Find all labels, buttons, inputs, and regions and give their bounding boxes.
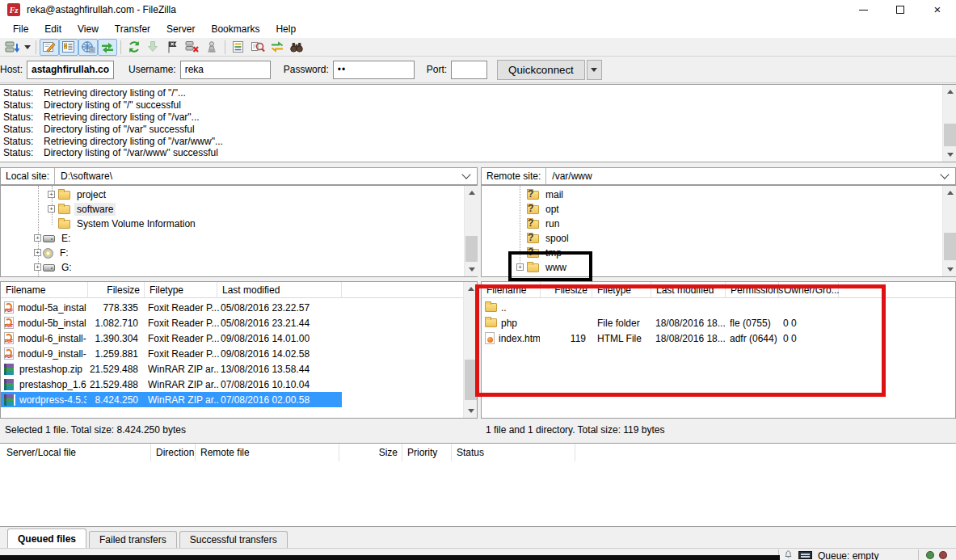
log-line-type: Status: [0,87,44,99]
file-row[interactable]: modul-5b_instal...1.082.710Foxit Reader … [1,315,477,331]
file-cell-type: Foxit Reader P... [148,346,219,361]
expand-icon[interactable]: + [48,205,55,213]
queue-column-header-status[interactable]: Status [452,444,575,461]
pdf-file-icon [4,301,14,314]
menu-bookmarks[interactable]: Bookmarks [203,21,267,37]
unknown-folder-icon: ? [527,234,539,243]
toolbar [0,38,956,57]
file-row[interactable]: prestashop.zip21.529.488WinRAR ZIP ar...… [1,361,477,377]
tree-item-software[interactable]: software [58,202,116,217]
site-manager-dropdown-icon[interactable] [22,39,32,56]
chevron-down-icon[interactable] [940,170,949,179]
cancel-transfer-icon[interactable] [163,39,183,56]
file-row[interactable]: wordpress-4.5.3....8.424.250WinRAR ZIP a… [1,392,342,407]
scrollbar-thumb[interactable] [465,236,478,262]
log-line: Status:Directory listing of "/" successf… [0,99,956,112]
disconnect-icon[interactable] [183,39,202,56]
expand-icon[interactable]: + [34,249,41,256]
file-cell-modified: 09/08/2016 14.01.00 [221,331,342,346]
tab-successful-transfers[interactable]: Successful transfers [179,531,288,548]
log-line-type: Status: [0,99,44,111]
column-header-filename[interactable]: Filename [1,282,88,298]
speed-limit-icon[interactable] [798,551,812,559]
quickconnect-dropdown-button[interactable] [587,60,602,80]
minimize-button[interactable] [844,0,882,19]
find-files-icon[interactable] [287,39,306,56]
filter-icon[interactable] [229,39,248,56]
file-row[interactable]: modul-9_install-...1.259.881Foxit Reader… [1,346,477,361]
remote-tree-scrollbar[interactable] [942,186,956,276]
scrollbar-thumb[interactable] [944,124,956,146]
queue-column-header-priority[interactable]: Priority [402,444,452,461]
notification-bell-icon[interactable] [784,550,793,560]
column-header-filesize[interactable]: Filesize [88,282,145,298]
expand-icon[interactable]: + [34,263,41,271]
file-cell-size: 21.529.488 [88,361,143,377]
maximize-button[interactable] [882,0,919,19]
scroll-up-icon[interactable] [469,191,475,195]
tree-item-opt[interactable]: ?opt [527,202,562,217]
cd-drive-icon [43,248,53,259]
queue-column-header-size[interactable]: Size [339,444,402,461]
window-controls: × [844,0,956,19]
username-input[interactable] [180,61,271,79]
menu-view[interactable]: View [69,21,107,37]
compare-icon[interactable] [248,39,267,56]
password-input[interactable] [333,61,415,79]
scroll-up-icon[interactable] [947,90,954,94]
unknown-folder-icon: ? [527,191,539,200]
scroll-down-icon[interactable] [468,409,474,413]
reconnect-icon[interactable] [202,39,221,56]
scroll-down-icon[interactable] [947,153,954,157]
file-row[interactable]: prestashop_1.6.1...21.529.488WinRAR ZIP … [1,377,477,392]
tree-item-e[interactable]: E: [43,231,73,246]
scroll-up-icon[interactable] [468,287,474,291]
transfer-queue-panel: Server/Local fileDirectionRemote fileSiz… [0,443,956,527]
port-input[interactable] [451,61,487,79]
tree-item-run[interactable]: ?run [527,217,562,231]
scroll-down-icon[interactable] [947,267,954,272]
tab-queued-files[interactable]: Queued files [7,528,86,548]
scroll-up-icon[interactable] [947,191,954,195]
file-row[interactable]: modul-6_install-...1.390.304Foxit Reader… [1,331,477,346]
tree-item-system-volume-information[interactable]: System Volume Information [58,217,198,231]
tree-item-project[interactable]: project [58,187,108,202]
refresh-icon[interactable] [124,39,144,56]
quickconnect-button[interactable]: Quickconnect [497,60,585,80]
remote-tree-toggle-icon[interactable] [78,39,98,56]
tree-item-mail[interactable]: ?mail [527,187,566,202]
host-input[interactable] [27,61,114,79]
menu-help[interactable]: Help [267,21,304,37]
menu-server[interactable]: Server [158,21,203,37]
queue-column-header-server-local-file[interactable]: Server/Local file [2,444,151,461]
log-toggle-icon[interactable] [40,39,59,56]
file-row[interactable]: modul-5a_instal...778.335Foxit Reader P.… [1,300,477,315]
local-site-combobox[interactable]: Local site: D:\software\ [0,167,478,185]
tab-failed-transfers[interactable]: Failed transfers [89,531,177,548]
expand-icon[interactable]: + [48,191,55,198]
local-tree-toggle-icon[interactable] [59,39,78,56]
scroll-down-icon[interactable] [469,267,475,272]
remote-site-combobox[interactable]: Remote site: /var/www [481,167,956,185]
queue-toggle-icon[interactable] [98,39,117,56]
process-queue-icon[interactable] [144,39,163,56]
queue-column-header-remote-file[interactable]: Remote file [196,444,339,461]
menu-transfer[interactable]: Transfer [107,21,158,37]
local-directory-tree: +project+softwareSystem Volume Informati… [0,185,478,277]
menu-file[interactable]: File [5,21,36,37]
close-button[interactable]: × [919,0,956,19]
expand-icon[interactable]: + [34,234,41,242]
tree-item-f[interactable]: F: [43,246,71,260]
column-header-filetype[interactable]: Filetype [145,282,217,298]
local-tree-scrollbar[interactable] [464,186,478,276]
column-header-last-modified[interactable]: Last modified [217,282,342,298]
scrollbar-thumb[interactable] [944,233,956,260]
queue-column-header-direction[interactable]: Direction [151,444,196,461]
chevron-down-icon[interactable] [461,170,470,179]
site-manager-icon[interactable] [2,39,22,56]
tree-item-spool[interactable]: ?spool [527,231,571,246]
tree-item-g[interactable]: G: [43,260,74,275]
sync-browse-icon[interactable] [267,39,287,56]
menu-edit[interactable]: Edit [36,21,69,37]
log-scrollbar[interactable] [942,85,956,162]
